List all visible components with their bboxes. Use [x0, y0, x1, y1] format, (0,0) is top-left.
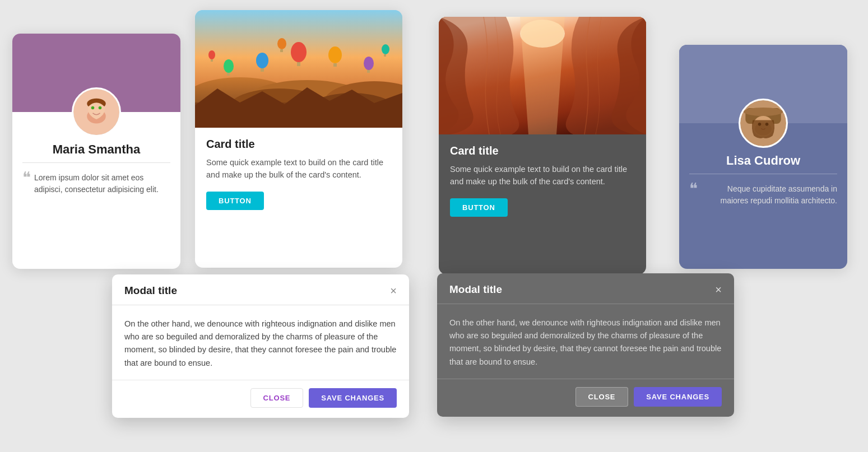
modal-2-title: Modal title	[449, 283, 502, 296]
svg-point-28	[208, 50, 215, 59]
avatar	[72, 87, 121, 137]
quote-content: Lorem ipsum dolor sit amet eos adipisci,…	[34, 172, 170, 195]
card-text: Some quick example text to build on the …	[450, 163, 635, 188]
modal-1: Modal title × On the other hand, we deno…	[112, 274, 409, 418]
modal-1-close-icon[interactable]: ×	[390, 285, 397, 296]
card-maria-header-bg	[12, 34, 180, 112]
person-name: Lisa Cudrow	[689, 153, 837, 168]
svg-rect-27	[384, 54, 386, 57]
card-text: Some quick example text to build on the …	[206, 156, 391, 181]
modal-2-footer: CLOSE SAVE CHANGES	[437, 379, 734, 417]
svg-point-26	[382, 44, 389, 54]
svg-point-4	[91, 106, 95, 110]
avatar	[739, 99, 788, 148]
card-canyon-image	[439, 17, 646, 134]
card-canyon: Card title Some quick example text to bu…	[439, 17, 646, 274]
modal-1-footer: CLOSE SAVE CHANGES	[112, 380, 409, 418]
modal-1-body: On the other hand, we denounce with righ…	[112, 305, 409, 380]
svg-point-18	[328, 46, 342, 63]
svg-rect-19	[333, 63, 337, 67]
quote-mark-icon: ❝	[22, 170, 31, 185]
person-name: Maria Smantha	[22, 142, 170, 157]
svg-rect-21	[227, 73, 230, 76]
card-canyon-body: Card title Some quick example text to bu…	[439, 134, 646, 227]
svg-rect-15	[297, 62, 300, 66]
svg-rect-17	[261, 68, 264, 72]
modal-2-close-button[interactable]: CLOSE	[575, 387, 629, 407]
svg-point-24	[277, 38, 286, 49]
svg-point-34	[744, 108, 783, 116]
modal-2-header: Modal title ×	[437, 273, 734, 304]
card-title: Card title	[206, 138, 391, 151]
card-button[interactable]: BUTTON	[206, 192, 264, 210]
modal-1-header: Modal title ×	[112, 274, 409, 305]
svg-point-5	[99, 106, 102, 110]
card-button[interactable]: BUTTON	[450, 198, 508, 217]
svg-rect-23	[367, 70, 370, 73]
svg-point-16	[256, 53, 268, 68]
svg-rect-29	[211, 59, 213, 62]
svg-point-22	[364, 57, 374, 70]
modal-2-body: On the other hand, we denounce with righ…	[437, 304, 734, 379]
modal-1-close-button[interactable]: CLOSE	[250, 388, 304, 408]
modal-1-title: Modal title	[124, 285, 177, 297]
card-balloons: Card title Some quick example text to bu…	[195, 10, 402, 268]
quote-text: ❝ Lorem ipsum dolor sit amet eos adipisc…	[22, 172, 170, 195]
divider	[22, 162, 170, 163]
card-lisa-header-bg	[679, 45, 847, 123]
quote-content: Neque cupiditate assumenda in maiores re…	[701, 183, 837, 207]
card-maria: Maria Smantha ❝ Lorem ipsum dolor sit am…	[12, 34, 180, 269]
card-lisa: Lisa Cudrow ❝ Neque cupiditate assumenda…	[679, 45, 847, 269]
svg-rect-25	[280, 49, 283, 52]
modal-2-save-button[interactable]: SAVE CHANGES	[634, 387, 722, 407]
quote-mark-icon: ❝	[689, 181, 698, 197]
card-title: Card title	[450, 145, 635, 157]
modal-2: Modal title × On the other hand, we deno…	[437, 273, 734, 417]
card-balloons-image	[195, 10, 402, 128]
card-balloons-body: Card title Some quick example text to bu…	[195, 128, 402, 220]
svg-point-14	[291, 42, 307, 62]
svg-point-20	[224, 59, 234, 73]
modal-1-save-button[interactable]: SAVE CHANGES	[309, 388, 397, 408]
modal-2-close-icon[interactable]: ×	[715, 284, 722, 295]
quote-text: ❝ Neque cupiditate assumenda in maiores …	[689, 183, 837, 207]
divider	[689, 174, 837, 174]
